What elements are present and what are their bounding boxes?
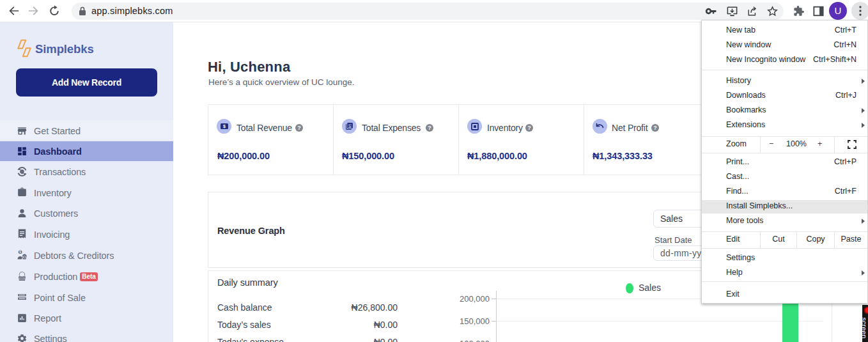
svg-text:$: $ xyxy=(223,124,226,129)
svg-text:$: $ xyxy=(21,169,24,175)
